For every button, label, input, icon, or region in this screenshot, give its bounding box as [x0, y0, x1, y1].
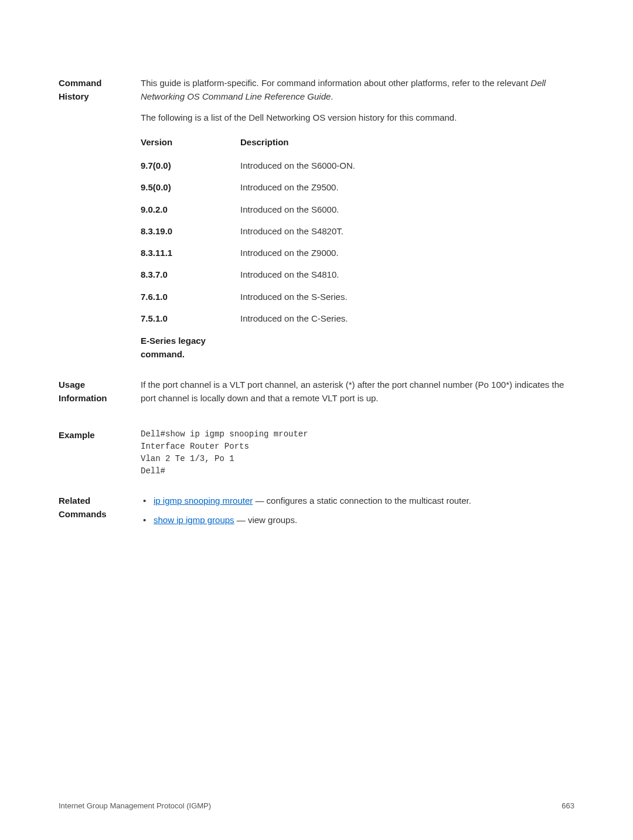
- section-label-example: Example: [59, 428, 141, 477]
- description-cell: Introduced on the S6000.: [240, 203, 574, 216]
- example-code: Dell#show ip igmp snooping mrouter Inter…: [141, 428, 574, 477]
- table-header-row: Version Description: [141, 131, 574, 155]
- list-item-text: — view groups.: [234, 515, 298, 525]
- version-cell: 7.5.1.0: [141, 312, 240, 325]
- table-row: 9.0.2.0 Introduced on the S6000.: [141, 199, 574, 220]
- command-history-para2: The following is a list of the Dell Netw…: [141, 111, 574, 124]
- section-command-history: Command History This guide is platform-s…: [59, 76, 574, 361]
- para1-a: This guide is platform-specific. For com…: [141, 78, 530, 88]
- para1-b: .: [331, 91, 333, 101]
- section-content-command-history: This guide is platform-specific. For com…: [141, 76, 574, 361]
- table-row: 9.5(0.0) Introduced on the Z9500.: [141, 176, 574, 198]
- section-label-usage: Usage Information: [59, 378, 141, 412]
- list-item-text: — configures a static connection to the …: [253, 496, 471, 506]
- section-label-related: Related Commands: [59, 494, 141, 533]
- list-item: show ip igmp groups — view groups.: [141, 513, 574, 527]
- usage-text: If the port channel is a VLT port channe…: [141, 378, 574, 405]
- link-show-ip-igmp-groups[interactable]: show ip igmp groups: [154, 515, 234, 525]
- version-cell: 8.3.7.0: [141, 268, 240, 281]
- link-ip-igmp-snooping-mrouter[interactable]: ip igmp snooping mrouter: [154, 496, 253, 506]
- section-content-usage: If the port channel is a VLT port channe…: [141, 378, 574, 412]
- description-cell: Introduced on the C-Series.: [240, 312, 574, 325]
- header-description: Description: [240, 135, 574, 149]
- section-usage-information: Usage Information If the port channel is…: [59, 378, 574, 412]
- description-cell: Introduced on the S6000-ON.: [240, 159, 574, 172]
- section-label-command-history: Command History: [59, 76, 141, 361]
- section-content-related: ip igmp snooping mrouter — configures a …: [141, 494, 574, 533]
- description-cell: Introduced on the S4810.: [240, 268, 574, 281]
- version-cell: 8.3.11.1: [141, 246, 240, 259]
- table-row: 8.3.11.1 Introduced on the Z9000.: [141, 242, 574, 264]
- footer-title: Internet Group Management Protocol (IGMP…: [59, 800, 211, 812]
- table-row: 7.6.1.0 Introduced on the S-Series.: [141, 286, 574, 308]
- table-row: 7.5.1.0 Introduced on the C-Series.: [141, 308, 574, 329]
- table-row: 8.3.19.0 Introduced on the S4820T.: [141, 220, 574, 242]
- description-cell: Introduced on the S-Series.: [240, 290, 574, 303]
- section-content-example: Dell#show ip igmp snooping mrouter Inter…: [141, 428, 574, 477]
- table-row: 8.3.7.0 Introduced on the S4810.: [141, 264, 574, 285]
- empty-cell: [240, 334, 574, 361]
- section-related-commands: Related Commands ip igmp snooping mroute…: [59, 494, 574, 533]
- command-history-para1: This guide is platform-specific. For com…: [141, 76, 574, 104]
- version-cell: 9.0.2.0: [141, 203, 240, 216]
- page-number: 663: [561, 800, 574, 812]
- section-example: Example Dell#show ip igmp snooping mrout…: [59, 428, 574, 477]
- list-item: ip igmp snooping mrouter — configures a …: [141, 494, 574, 507]
- eseries-footer: E-Series legacy command.: [141, 334, 240, 361]
- header-version: Version: [141, 135, 240, 149]
- description-cell: Introduced on the Z9500.: [240, 180, 574, 194]
- version-cell: 8.3.19.0: [141, 224, 240, 238]
- page-footer: Internet Group Management Protocol (IGMP…: [59, 800, 574, 812]
- version-cell: 7.6.1.0: [141, 290, 240, 303]
- description-cell: Introduced on the Z9000.: [240, 246, 574, 259]
- description-cell: Introduced on the S4820T.: [240, 224, 574, 238]
- version-history-table: Version Description 9.7(0.0) Introduced …: [141, 131, 574, 361]
- table-footer-row: E-Series legacy command.: [141, 329, 574, 361]
- version-cell: 9.7(0.0): [141, 159, 240, 172]
- version-cell: 9.5(0.0): [141, 180, 240, 194]
- table-row: 9.7(0.0) Introduced on the S6000-ON.: [141, 155, 574, 176]
- related-commands-list: ip igmp snooping mrouter — configures a …: [141, 494, 574, 527]
